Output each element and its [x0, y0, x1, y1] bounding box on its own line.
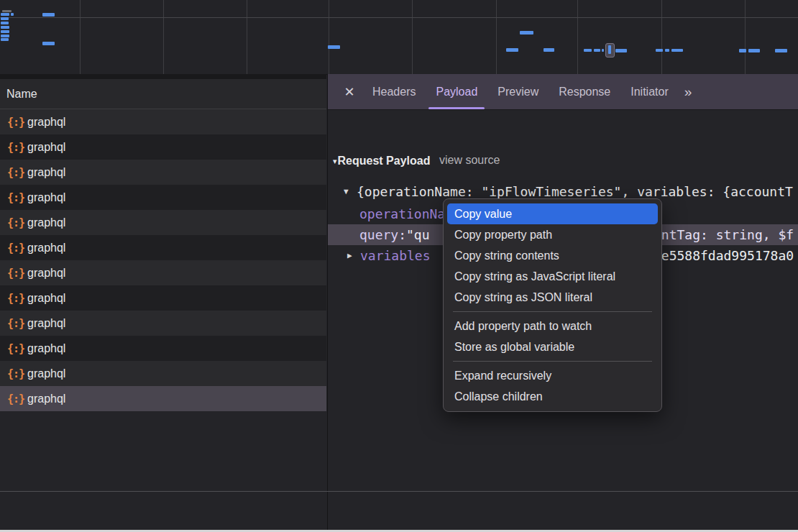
section-title: Request Payload [338, 155, 431, 168]
menu-item-copy-string-as-json-literal[interactable]: Copy string as JSON literal [447, 287, 658, 308]
panel-divider [0, 74, 326, 79]
timeline-marker-bar [608, 45, 611, 54]
request-name-label: graphql [27, 166, 65, 179]
menu-item-copy-string-as-javascript-literal[interactable]: Copy string as JavaScript literal [447, 266, 658, 287]
timeline-request-bar [42, 42, 55, 45]
request-name-label: graphql [27, 393, 65, 405]
timeline-request-bar [1, 13, 9, 16]
request-name-label: graphql [27, 216, 65, 229]
request-list-panel: Name {:}graphql{:}graphql{:}graphql{:}gr… [0, 74, 326, 532]
json-braces-icon: {:} [7, 216, 27, 229]
request-name-label: graphql [27, 191, 65, 204]
timeline-request-bar [1, 17, 9, 20]
name-column-header[interactable]: Name [0, 79, 326, 109]
timeline-request-bar [1, 35, 9, 37]
json-braces-icon: {:} [7, 292, 27, 305]
json-braces-icon: {:} [7, 242, 27, 254]
tab-response[interactable]: Response [549, 74, 620, 109]
timeline-request-bar [671, 49, 683, 52]
timeline-request-bar [665, 49, 669, 52]
request-row-graphql[interactable]: {:}graphql [0, 361, 326, 386]
timeline-request-bar [1, 38, 9, 41]
timeline-request-bar [520, 31, 533, 35]
timeline-request-bar [544, 48, 554, 52]
timeline-request-bar [775, 49, 787, 52]
expander-triangle-icon[interactable]: ▶ [347, 251, 360, 260]
timeline-gridline [329, 0, 329, 74]
menu-separator [453, 311, 652, 312]
timeline-gridline [496, 0, 497, 74]
request-row-graphql[interactable]: {:}graphql [0, 185, 326, 210]
timeline-request-bar [506, 48, 518, 52]
timeline-gridline [0, 17, 798, 18]
timeline-gridline [412, 0, 413, 74]
request-row-graphql[interactable]: {:}graphql [0, 235, 326, 260]
request-payload-section-header[interactable]: ▾ Request Payload [333, 155, 430, 168]
timeline-request-bar [739, 49, 746, 52]
request-row-graphql[interactable]: {:}graphql [0, 160, 326, 185]
menu-item-collapse-children[interactable]: Collapse children [447, 386, 658, 407]
network-overview-timeline[interactable] [0, 0, 798, 75]
request-name-label: graphql [27, 267, 65, 280]
context-menu: Copy valueCopy property pathCopy string … [443, 198, 662, 412]
request-row-graphql[interactable]: {:}graphql [0, 210, 326, 235]
query-value-continued: untTag: string, $f [653, 224, 794, 245]
menu-item-expand-recursively[interactable]: Expand recursively [447, 365, 658, 386]
menu-item-store-as-global-variable[interactable]: Store as global variable [447, 336, 658, 357]
timeline-request-bar [1, 22, 9, 24]
menu-item-copy-value[interactable]: Copy value [447, 203, 658, 224]
chevron-double-right-icon[interactable]: » [684, 84, 691, 100]
property-value: "qu [406, 227, 430, 242]
property-name: query [359, 227, 398, 242]
tab-preview[interactable]: Preview [487, 74, 549, 109]
request-row-graphql[interactable]: {:}graphql [0, 311, 326, 336]
timeline-gridline [163, 0, 164, 74]
request-name-label: graphql [27, 242, 65, 254]
timeline-request-bar [42, 13, 55, 17]
request-row-graphql[interactable]: {:}graphql [0, 260, 326, 285]
collapse-triangle-icon: ▾ [333, 157, 337, 166]
footer-divider [0, 491, 798, 492]
tabs-container: HeadersPayloadPreviewResponseInitiator [362, 74, 679, 109]
name-column-label: Name [6, 88, 37, 101]
request-row-graphql[interactable]: {:}graphql [0, 109, 326, 134]
json-braces-icon: {:} [7, 393, 27, 405]
json-braces-icon: {:} [7, 141, 27, 154]
menu-separator [453, 361, 652, 362]
request-row-graphql[interactable]: {:}graphql [0, 134, 326, 160]
tab-initiator[interactable]: Initiator [620, 74, 678, 109]
property-name: variables [360, 248, 431, 263]
json-braces-icon: {:} [7, 367, 27, 380]
timeline-gridline [661, 0, 662, 74]
request-row-graphql[interactable]: {:}graphql [0, 386, 326, 411]
timeline-gridline [247, 0, 247, 74]
menu-item-copy-property-path[interactable]: Copy property path [447, 224, 658, 245]
json-braces-icon: {:} [7, 267, 27, 280]
menu-item-copy-string-contents[interactable]: Copy string contents [447, 245, 658, 266]
tab-headers[interactable]: Headers [362, 74, 426, 109]
timeline-request-bar [584, 49, 592, 52]
timeline-gridline [80, 0, 81, 74]
request-row-graphql[interactable]: {:}graphql [0, 336, 326, 361]
property-separator: : [398, 227, 406, 242]
request-name-label: graphql [27, 317, 65, 330]
menu-item-add-property-path-to-watch[interactable]: Add property path to watch [447, 316, 658, 336]
close-icon[interactable]: ✕ [336, 84, 362, 100]
timeline-request-bar [328, 45, 340, 49]
view-source-link[interactable]: view source [439, 154, 500, 167]
request-name-label: graphql [27, 141, 65, 154]
timeline-request-bar [2, 10, 12, 12]
devtools-network-panel: Name {:}graphql{:}graphql{:}graphql{:}gr… [0, 0, 798, 532]
timeline-request-bar [615, 49, 627, 52]
tab-payload[interactable]: Payload [426, 74, 487, 109]
request-row-graphql[interactable]: {:}graphql [0, 285, 326, 311]
timeline-request-bar [11, 13, 14, 16]
timeline-request-bar [748, 49, 760, 52]
json-braces-icon: {:} [7, 342, 27, 355]
timeline-request-bar [1, 30, 9, 33]
request-name-label: graphql [27, 342, 65, 355]
timeline-request-bar [594, 49, 600, 52]
expander-triangle-icon[interactable]: ▼ [344, 187, 357, 196]
root-object-preview: {operationName: "ipFlowTimeseries", vari… [357, 184, 793, 199]
timeline-gridline [577, 0, 578, 74]
